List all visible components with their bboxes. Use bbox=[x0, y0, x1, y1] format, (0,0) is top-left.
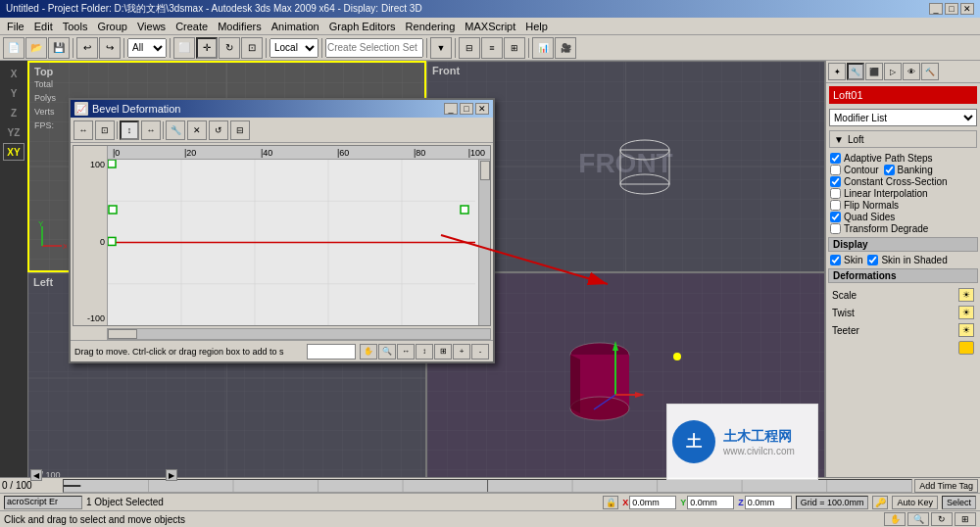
select-btn[interactable]: ⬜ bbox=[173, 37, 195, 59]
scale-points-btn[interactable]: ⊡ bbox=[95, 120, 115, 140]
zoom-out-icon[interactable]: - bbox=[471, 344, 489, 359]
viewport-nav-pan[interactable]: ✋ bbox=[884, 512, 906, 526]
axis-y-btn[interactable]: Y bbox=[3, 84, 24, 102]
delete-point-btn[interactable]: ✕ bbox=[187, 120, 207, 140]
x-coord-input[interactable] bbox=[629, 496, 676, 509]
menu-rendering[interactable]: Rendering bbox=[401, 20, 461, 33]
zoom-in-icon[interactable]: + bbox=[453, 344, 470, 359]
modifier-item[interactable]: ▼ Loft bbox=[829, 130, 977, 148]
graph-vscroll[interactable] bbox=[478, 160, 490, 325]
move-btn[interactable]: ✛ bbox=[196, 37, 218, 59]
viewport-nav-orbit[interactable]: ↻ bbox=[931, 512, 953, 526]
axis-yz-btn[interactable]: YZ bbox=[3, 123, 24, 141]
timeline-ruler[interactable] bbox=[63, 479, 912, 493]
align-btn[interactable]: ≡ bbox=[481, 37, 503, 59]
scale-btn[interactable]: ⊡ bbox=[241, 37, 263, 59]
minimize-btn[interactable]: _ bbox=[929, 3, 943, 15]
object-name-field[interactable]: Loft01 bbox=[829, 86, 977, 104]
open-btn[interactable]: 📂 bbox=[25, 37, 47, 59]
key-icon[interactable]: 🔑 bbox=[872, 496, 888, 509]
graph-svg bbox=[108, 160, 475, 325]
axis-z-btn[interactable]: Z bbox=[3, 104, 24, 121]
rotate-btn[interactable]: ↻ bbox=[219, 37, 240, 59]
dialog-close[interactable]: ✕ bbox=[475, 103, 489, 115]
mirror-btn[interactable]: ⊟ bbox=[459, 37, 480, 59]
symmetry-btn[interactable]: ⊟ bbox=[230, 120, 250, 140]
twist-deform-btn[interactable]: ☀ bbox=[958, 306, 974, 319]
contour-cb[interactable]: Contour Banking bbox=[830, 165, 976, 175]
zoom-vert-icon[interactable]: ↕ bbox=[416, 344, 433, 359]
modify-icon[interactable]: 🔧 bbox=[847, 63, 864, 80]
display-icon[interactable]: 👁 bbox=[903, 63, 920, 80]
lock-icon[interactable]: 🔒 bbox=[603, 496, 618, 509]
reset-curve-btn[interactable]: ↺ bbox=[209, 120, 228, 140]
graph-editor-btn[interactable]: 📊 bbox=[532, 37, 554, 59]
hierarchy-icon[interactable]: ⬛ bbox=[865, 63, 883, 80]
menu-create[interactable]: Create bbox=[171, 20, 213, 33]
dialog-hscroll[interactable] bbox=[107, 328, 491, 340]
move-points-btn[interactable]: ↔ bbox=[74, 120, 93, 140]
render-btn[interactable]: 🎥 bbox=[555, 37, 576, 59]
prop-scroll-area: Adaptive Path Steps Contour Banking Cons… bbox=[826, 150, 980, 484]
zoom-horiz-icon[interactable]: ↔ bbox=[397, 344, 415, 359]
svg-marker-24 bbox=[570, 355, 580, 413]
axis-xy-btn[interactable]: XY bbox=[3, 143, 24, 161]
selection-filter[interactable]: All bbox=[127, 38, 167, 58]
new-btn[interactable]: 📄 bbox=[3, 37, 24, 59]
close-btn[interactable]: ✕ bbox=[960, 3, 974, 15]
y-coord-input[interactable] bbox=[687, 496, 734, 509]
axis-panel: X Y Z YZ XY bbox=[0, 61, 27, 484]
menu-views[interactable]: Views bbox=[132, 20, 171, 33]
linear-interp-cb[interactable]: Linear Interpolation bbox=[830, 188, 976, 199]
dialog-minimize[interactable]: _ bbox=[444, 103, 458, 115]
maximize-btn[interactable]: □ bbox=[945, 3, 958, 15]
z-coord-input[interactable] bbox=[745, 496, 792, 509]
dialog-maximize[interactable]: □ bbox=[460, 103, 473, 115]
menu-file[interactable]: File bbox=[2, 20, 29, 33]
menu-maxscript[interactable]: MAXScript bbox=[460, 20, 520, 33]
adaptive-path-cb[interactable]: Adaptive Path Steps bbox=[830, 153, 976, 164]
scroll-left-btn[interactable]: ◀ bbox=[30, 469, 42, 481]
scale-deform-btn[interactable]: ☀ bbox=[958, 288, 974, 302]
menu-edit[interactable]: Edit bbox=[29, 20, 58, 33]
create-icon[interactable]: ✦ bbox=[828, 63, 846, 80]
zoom-region-icon[interactable]: 🔍 bbox=[378, 344, 396, 359]
move-vertical-btn[interactable]: ↕ bbox=[120, 120, 139, 140]
pan-icon[interactable]: ✋ bbox=[360, 344, 377, 359]
quad-sides-cb[interactable]: Quad Sides bbox=[830, 212, 976, 222]
transform-degrade-cb[interactable]: Transform Degrade bbox=[830, 223, 976, 234]
graph-container: 100 0 -100 |0 |20 |40 |60 |80 |100 bbox=[73, 145, 491, 326]
menu-graph-editors[interactable]: Graph Editors bbox=[324, 20, 401, 33]
save-btn[interactable]: 💾 bbox=[48, 37, 70, 59]
selection-set[interactable] bbox=[325, 38, 423, 58]
menu-tools[interactable]: Tools bbox=[58, 20, 93, 33]
motion-icon[interactable]: ▷ bbox=[884, 63, 902, 80]
autokey-btn[interactable]: Auto Key bbox=[892, 496, 938, 509]
modifier-list-dropdown[interactable]: Modifier List bbox=[829, 109, 977, 126]
menu-modifiers[interactable]: Modifiers bbox=[213, 20, 267, 33]
move-horizontal-btn[interactable]: ↔ bbox=[141, 120, 161, 140]
scroll-right-btn[interactable]: ▶ bbox=[166, 469, 177, 481]
utility-icon[interactable]: 🔨 bbox=[921, 63, 939, 80]
dialog-value-input[interactable] bbox=[307, 344, 356, 359]
menu-animation[interactable]: Animation bbox=[267, 20, 324, 33]
undo-btn[interactable]: ↩ bbox=[76, 37, 98, 59]
viewport-nav-zoom-all[interactable]: ⊞ bbox=[955, 512, 976, 526]
menu-group[interactable]: Group bbox=[92, 20, 132, 33]
menu-help[interactable]: Help bbox=[520, 20, 553, 33]
teeter-deform-btn[interactable]: ☀ bbox=[958, 323, 974, 337]
zoom-extents-icon[interactable]: ⊞ bbox=[434, 344, 452, 359]
viewport-nav-zoom[interactable]: 🔍 bbox=[907, 512, 929, 526]
add-point-btn[interactable]: 🔧 bbox=[166, 120, 185, 140]
skin-cb[interactable]: Skin Skin in Shaded bbox=[830, 255, 976, 265]
redo-btn[interactable]: ↪ bbox=[99, 37, 121, 59]
ref-coord[interactable]: Local bbox=[270, 38, 318, 58]
axis-x-btn[interactable]: X bbox=[3, 65, 24, 82]
logo-text-block: 土木工程网 www.civilcn.com bbox=[723, 428, 795, 456]
named-sel-btn[interactable]: ▼ bbox=[430, 37, 452, 59]
add-time-tag-btn[interactable]: Add Time Tag bbox=[914, 479, 978, 493]
layer-btn[interactable]: ⊞ bbox=[504, 37, 525, 59]
graph-main[interactable]: |0 |20 |40 |60 |80 |100 bbox=[108, 146, 490, 325]
constant-cross-cb[interactable]: Constant Cross-Section bbox=[830, 176, 976, 187]
flip-normals-cb[interactable]: Flip Normals bbox=[830, 200, 976, 211]
